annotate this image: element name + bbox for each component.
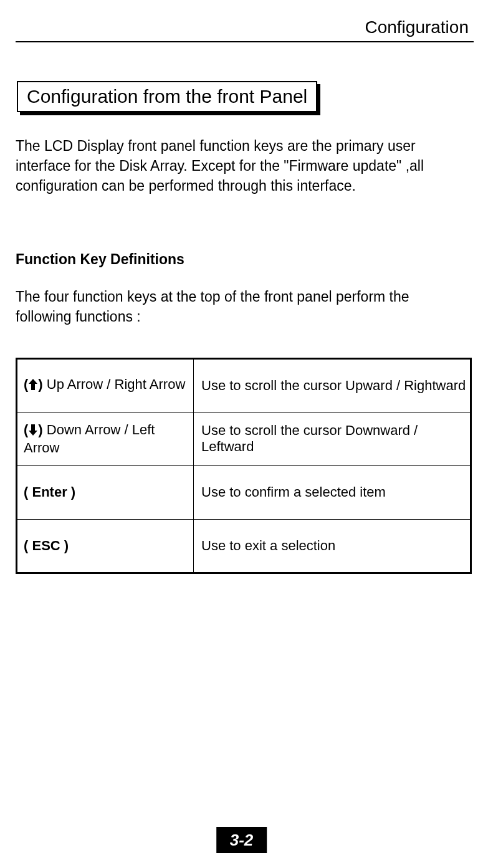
key-desc: Use to scroll the cursor Upward / Rightw…: [194, 358, 471, 412]
section-title-box: Configuration from the front Panel: [17, 81, 317, 112]
page-number: 3-2: [216, 827, 267, 853]
paren-close: ): [38, 422, 42, 437]
key-desc: Use to exit a selection: [194, 519, 471, 573]
key-label: Down Arrow / Left Arrow: [24, 422, 155, 455]
paren-open: (: [24, 422, 28, 437]
paren-close: ): [67, 484, 75, 500]
running-header: Configuration: [16, 17, 474, 37]
table-row: () Up Arrow / Right Arrow Use to scroll …: [17, 358, 471, 412]
section-title: Configuration from the front Panel: [17, 81, 317, 112]
table-row: ( ESC ) Use to exit a selection: [17, 519, 471, 573]
paren-close: ): [38, 376, 42, 392]
enter-key-label: Enter: [32, 484, 67, 500]
paren-open: (: [24, 538, 32, 553]
key-label: Up Arrow / Right Arrow: [43, 376, 186, 392]
table-row: () Down Arrow / Left Arrow Use to scroll…: [17, 412, 471, 465]
down-arrow-icon: [28, 424, 38, 440]
subheading-desc: The four function keys at the top of the…: [16, 287, 464, 327]
subheading: Function Key Definitions: [16, 251, 474, 268]
function-key-table: () Up Arrow / Right Arrow Use to scroll …: [16, 358, 472, 574]
table-row: ( Enter ) Use to confirm a selected item: [17, 465, 471, 519]
key-desc: Use to scroll the cursor Downward / Left…: [194, 412, 471, 465]
esc-key-label: ESC: [32, 538, 60, 553]
header-rule: [16, 41, 474, 42]
intro-paragraph: The LCD Display front panel function key…: [16, 136, 464, 196]
paren-open: (: [24, 376, 28, 392]
paren-close: ): [60, 538, 69, 553]
up-arrow-icon: [28, 378, 38, 394]
key-desc: Use to confirm a selected item: [194, 465, 471, 519]
paren-open: (: [24, 484, 32, 500]
